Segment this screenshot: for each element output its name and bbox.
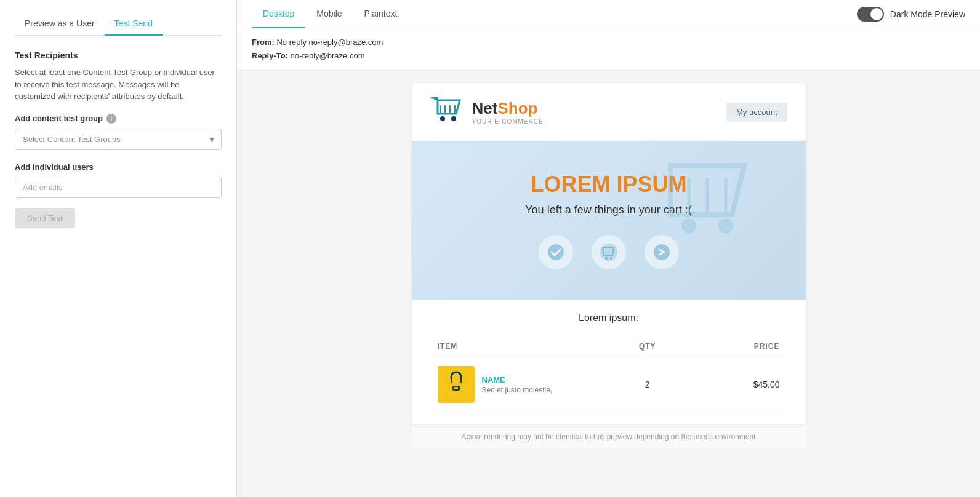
replyto-label: Reply-To: — [252, 51, 288, 60]
svg-point-15 — [548, 244, 564, 260]
brand-shop: Shop — [497, 99, 537, 117]
product-qty: 2 — [645, 380, 650, 389]
svg-point-18 — [605, 257, 608, 260]
hero-icon-check — [539, 235, 573, 269]
svg-point-13 — [681, 218, 696, 233]
preview-tabs: Desktop Mobile Plaintext — [252, 0, 408, 28]
tab-mobile[interactable]: Mobile — [305, 0, 353, 28]
footer-note: Actual rendering may not be identical to… — [412, 424, 806, 448]
content-group-label-row: Add content test group i — [15, 114, 222, 124]
brand-name: NetShop — [472, 99, 544, 118]
hero-icon-cart — [592, 235, 626, 269]
email-body: Lorem ipsum: ITEM QTY PRICE — [412, 300, 806, 424]
hero-bg-cart — [658, 153, 757, 242]
replyto-email: no-reply@braze.com — [291, 51, 365, 60]
main-container: Preview as a User Test Send Test Recipie… — [0, 0, 980, 497]
brand-logo: NetShop YOUR E-COMMERCE — [430, 95, 544, 129]
dark-mode-toggle[interactable]: Dark Mode Preview — [857, 7, 965, 22]
hero-banner: LOREM IPSUM You left a few things in you… — [412, 141, 806, 300]
left-tabs: Preview as a User Test Send — [15, 12, 222, 36]
brand-text: NetShop YOUR E-COMMERCE — [472, 99, 544, 125]
send-test-button[interactable]: Send Test — [15, 208, 75, 228]
svg-rect-26 — [454, 387, 458, 389]
product-image — [438, 366, 475, 403]
preview-area: NetShop YOUR E-COMMERCE My account — [237, 71, 980, 497]
content-group-select-wrapper: Select Content Test Groups ▾ — [15, 129, 222, 150]
tab-preview-as-user[interactable]: Preview as a User — [15, 12, 105, 36]
svg-point-3 — [440, 116, 445, 121]
right-panel: Desktop Mobile Plaintext Dark Mode Previ… — [237, 0, 980, 497]
col-qty-header: QTY — [609, 336, 686, 357]
dark-mode-label: Dark Mode Preview — [890, 9, 965, 19]
cart-section-title: Lorem ipsum: — [430, 312, 787, 324]
from-name: No reply — [276, 38, 306, 47]
email-header: NetShop YOUR E-COMMERCE My account — [412, 83, 806, 141]
from-email: no-reply@braze.com — [309, 38, 384, 47]
product-price: $45.00 — [753, 380, 780, 389]
cart-table: ITEM QTY PRICE — [430, 336, 787, 412]
email-meta: From: No reply no-reply@braze.com Reply-… — [237, 28, 980, 71]
tab-test-send[interactable]: Test Send — [105, 12, 163, 36]
content-group-select[interactable]: Select Content Test Groups — [15, 129, 222, 150]
product-cell: NAME Sed et justo molestie, — [430, 357, 609, 412]
email-input[interactable] — [15, 177, 222, 198]
email-preview: NetShop YOUR E-COMMERCE My account — [412, 83, 806, 424]
brand-tagline: YOUR E-COMMERCE — [472, 118, 544, 125]
svg-marker-1 — [438, 100, 460, 114]
tab-desktop[interactable]: Desktop — [252, 0, 305, 28]
test-recipients-title: Test Recipients — [15, 50, 222, 60]
table-header-row: ITEM QTY PRICE — [430, 336, 787, 357]
svg-point-19 — [610, 257, 612, 260]
right-header: Desktop Mobile Plaintext Dark Mode Previ… — [237, 0, 980, 28]
test-recipients-desc: Select at least one Content Test Group o… — [15, 66, 222, 103]
product-desc: Sed et justo molestie, — [482, 386, 553, 394]
product-info: NAME Sed et justo molestie, — [482, 375, 553, 394]
my-account-button[interactable]: My account — [726, 103, 787, 122]
from-label: From: — [252, 38, 275, 47]
col-price-header: PRICE — [686, 336, 787, 357]
svg-point-14 — [718, 218, 733, 233]
from-line: From: No reply no-reply@braze.com — [252, 36, 965, 49]
svg-point-20 — [654, 244, 670, 260]
hero-lorem: LOREM — [530, 172, 610, 197]
dark-mode-switch[interactable] — [857, 7, 884, 22]
individual-users-label: Add individual users — [15, 162, 222, 172]
brand-net: Net — [472, 99, 498, 117]
product-name: NAME — [482, 375, 553, 384]
col-item-header: ITEM — [430, 336, 609, 357]
replyto-line: Reply-To: no-reply@braze.com — [252, 49, 965, 63]
content-group-label: Add content test group — [15, 114, 103, 123]
left-panel: Preview as a User Test Send Test Recipie… — [0, 0, 237, 497]
brand-icon — [430, 95, 465, 129]
toggle-knob — [870, 8, 883, 20]
product-price-cell: $45.00 — [686, 357, 787, 412]
tab-plaintext[interactable]: Plaintext — [353, 0, 409, 28]
info-icon[interactable]: i — [106, 114, 116, 124]
svg-point-4 — [451, 116, 456, 121]
product-qty-cell: 2 — [609, 357, 686, 412]
table-row: NAME Sed et justo molestie, 2 $45. — [430, 357, 787, 412]
